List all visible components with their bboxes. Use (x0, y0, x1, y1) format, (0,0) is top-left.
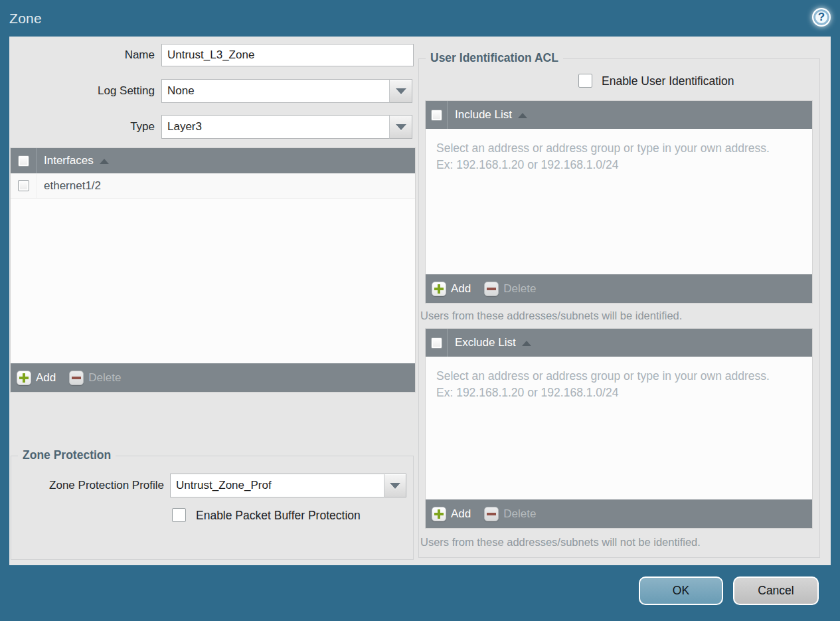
include-list-column-header[interactable]: Include List (448, 101, 527, 129)
add-button-label: Add (451, 507, 471, 521)
chevron-down-icon (396, 124, 406, 130)
include-list-toolbar: Add Delete (426, 274, 812, 303)
select-all-checkbox[interactable] (431, 110, 442, 121)
log-setting-input[interactable] (161, 79, 390, 103)
delete-button-label: Delete (503, 282, 536, 296)
include-list-header: Include List (426, 101, 812, 129)
log-setting-label: Log Setting (9, 79, 155, 103)
add-button[interactable]: Add (432, 507, 471, 521)
table-row[interactable]: ethernet1/2 (11, 173, 415, 199)
sort-ascending-icon (518, 113, 527, 118)
minus-icon (69, 371, 84, 385)
dialog-body: Name Log Setting Type Interfaces (9, 37, 831, 565)
delete-button[interactable]: Delete (69, 371, 121, 385)
interfaces-column-label: Interfaces (44, 154, 94, 167)
minus-icon (484, 282, 499, 296)
interfaces-grid-body: ethernet1/2 (11, 173, 415, 363)
delete-button-label: Delete (88, 371, 121, 385)
interfaces-grid-header: Interfaces (11, 148, 415, 173)
select-all-checkbox[interactable] (18, 155, 29, 167)
delete-button-label: Delete (503, 507, 536, 521)
zone-protection-profile-label: Zone Protection Profile (9, 474, 164, 497)
packet-buffer-protection-checkbox[interactable] (172, 508, 186, 522)
include-list-body[interactable]: Select an address or address group or ty… (426, 129, 812, 274)
exclude-list-body[interactable]: Select an address or address group or ty… (426, 357, 812, 499)
type-input[interactable] (161, 115, 390, 139)
include-list-note: Users from these addresses/subnets will … (420, 310, 682, 322)
include-list-placeholder: Select an address or address group or ty… (426, 129, 812, 173)
log-setting-dropdown-trigger[interactable] (389, 79, 412, 103)
exclude-list-placeholder: Select an address or address group or ty… (426, 357, 812, 401)
packet-buffer-protection-label: Enable Packet Buffer Protection (196, 508, 361, 523)
exclude-list-grid: Exclude List Select an address or addres… (426, 329, 812, 528)
zone-protection-legend: Zone Protection (18, 448, 116, 462)
user-identification-legend: User Identification ACL (426, 51, 563, 65)
add-button-label: Add (36, 371, 56, 385)
enable-user-identification-checkbox[interactable] (578, 74, 592, 88)
exclude-list-toolbar: Add Delete (426, 499, 812, 528)
interfaces-grid-toolbar: Add Delete (11, 363, 415, 392)
dialog-title: Zone (9, 0, 42, 37)
exclude-list-header: Exclude List (426, 329, 812, 357)
name-label: Name (9, 44, 155, 66)
minus-icon (484, 507, 499, 521)
exclude-list-note: Users from these addresses/subnets will … (420, 536, 701, 549)
interfaces-grid: Interfaces ethernet1/2 Add (11, 148, 415, 392)
zone-protection-profile-dropdown-trigger[interactable] (384, 474, 406, 497)
select-all-cell (426, 329, 448, 357)
interfaces-column-header[interactable]: Interfaces (37, 148, 109, 173)
plus-icon (432, 282, 446, 296)
delete-button[interactable]: Delete (484, 507, 536, 521)
sort-ascending-icon (522, 341, 531, 346)
row-select-cell (11, 173, 37, 198)
cancel-button[interactable]: Cancel (733, 577, 819, 605)
type-dropdown-trigger[interactable] (389, 115, 412, 139)
exclude-list-column-label: Exclude List (455, 336, 516, 349)
ok-button[interactable]: OK (639, 577, 723, 605)
zone-protection-profile-input[interactable] (170, 474, 384, 497)
select-all-cell (11, 148, 37, 173)
exclude-list-column-header[interactable]: Exclude List (448, 329, 531, 357)
plus-icon (17, 371, 31, 385)
chevron-down-icon (390, 483, 400, 489)
enable-user-identification-label: Enable User Identification (602, 74, 734, 88)
add-button[interactable]: Add (432, 282, 471, 296)
select-all-checkbox[interactable] (431, 337, 442, 349)
plus-icon (432, 507, 446, 521)
interface-name: ethernet1/2 (37, 173, 101, 198)
name-input[interactable] (161, 44, 414, 66)
add-button[interactable]: Add (17, 371, 56, 385)
add-button-label: Add (451, 282, 471, 296)
select-all-cell (426, 101, 448, 129)
include-list-grid: Include List Select an address or addres… (426, 101, 812, 303)
chevron-down-icon (396, 88, 406, 94)
sort-ascending-icon (100, 159, 109, 164)
type-label: Type (9, 115, 155, 139)
row-checkbox[interactable] (18, 180, 29, 191)
help-icon[interactable]: ? (812, 8, 831, 27)
include-list-column-label: Include List (455, 108, 512, 122)
delete-button[interactable]: Delete (484, 282, 536, 296)
